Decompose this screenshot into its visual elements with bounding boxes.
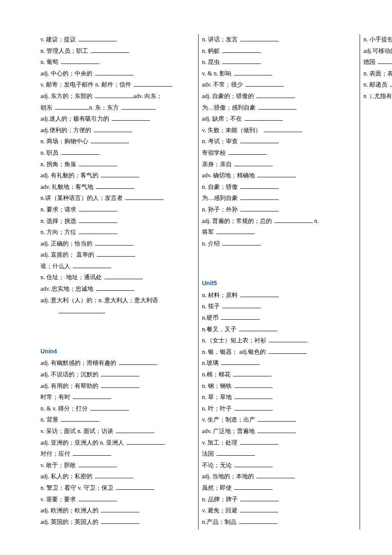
definition-text: adj. 英国的；英国人的: [40, 519, 98, 525]
answer-blank[interactable]: [257, 427, 296, 433]
answer-blank[interactable]: [222, 46, 261, 53]
answer-blank[interactable]: [78, 461, 117, 467]
answer-blank[interactable]: [96, 284, 134, 291]
answer-blank[interactable]: [101, 382, 139, 388]
answer-blank[interactable]: [268, 347, 307, 354]
answer-blank[interactable]: [79, 205, 117, 211]
answer-blank[interactable]: [119, 358, 157, 365]
answer-blank[interactable]: [221, 313, 259, 320]
answer-blank[interactable]: [378, 58, 392, 64]
answer-blank[interactable]: [104, 273, 143, 279]
answer-blank[interactable]: [73, 393, 111, 399]
answer-blank[interactable]: [101, 370, 139, 376]
answer-blank[interactable]: [90, 404, 129, 410]
answer-blank[interactable]: [245, 114, 283, 121]
answer-blank[interactable]: [73, 449, 111, 456]
vocab-line: 谁；什么人: [40, 261, 194, 272]
answer-blank[interactable]: [239, 325, 277, 331]
answer-blank[interactable]: [240, 291, 279, 297]
answer-blank[interactable]: [234, 69, 272, 75]
answer-blank[interactable]: [61, 148, 99, 155]
definition-text: n. 材料；原料: [202, 292, 238, 298]
answer-blank[interactable]: [240, 137, 279, 143]
answer-blank[interactable]: [61, 415, 99, 422]
definition-text: n. & v. 得分；打分: [40, 405, 88, 412]
answer-blank[interactable]: [222, 239, 261, 246]
answer-blank[interactable]: [234, 160, 273, 166]
answer-blank[interactable]: [94, 126, 132, 132]
answer-blank[interactable]: [240, 35, 279, 41]
answer-blank[interactable]: [134, 80, 172, 87]
answer-blank[interactable]: [240, 182, 279, 189]
answer-blank[interactable]: [221, 358, 259, 365]
vocab-line: n. 品牌；牌子: [202, 494, 356, 506]
answer-blank[interactable]: [257, 171, 296, 177]
answer-blank[interactable]: [95, 69, 133, 75]
answer-blank[interactable]: [91, 137, 129, 143]
answer-blank[interactable]: [269, 336, 307, 342]
answer-blank[interactable]: [258, 415, 296, 422]
answer-blank[interactable]: [390, 80, 392, 87]
answer-blank[interactable]: [240, 194, 279, 200]
answer-blank[interactable]: [222, 302, 261, 308]
vocab-line: n. 警卫；看守 v. 守卫；保卫: [40, 483, 194, 494]
answer-blank[interactable]: [73, 262, 111, 268]
answer-blank[interactable]: [101, 506, 139, 512]
answer-blank[interactable]: [95, 92, 133, 98]
definition-text: adv. 礼貌地；客气地: [40, 184, 93, 190]
answer-blank[interactable]: [61, 58, 99, 64]
vocab-line: adj. 有礼貌的；客气的: [40, 170, 194, 182]
answer-blank[interactable]: [97, 250, 135, 257]
answer-blank[interactable]: [79, 217, 117, 223]
answer-blank[interactable]: [234, 461, 273, 467]
definition-text: adj.便利的；方便的: [40, 127, 91, 133]
answer-blank[interactable]: [222, 58, 261, 64]
answer-blank[interactable]: [234, 483, 273, 490]
answer-blank[interactable]: [121, 103, 156, 110]
definition-text: adv. 向东；: [133, 93, 162, 99]
answer-blank[interactable]: [216, 228, 255, 234]
answer-blank[interactable]: [240, 205, 279, 211]
answer-blank[interactable]: [78, 495, 117, 501]
vocab-line: n. 拐角；角落: [40, 159, 194, 171]
answer-blank[interactable]: [234, 404, 273, 410]
vocab-line: n.硬币: [202, 312, 356, 324]
answer-blank[interactable]: [234, 382, 273, 388]
answer-blank[interactable]: [274, 217, 313, 223]
answer-blank[interactable]: [228, 148, 267, 155]
answer-blank[interactable]: [125, 194, 164, 200]
vocab-line: n. 考试；审查: [202, 136, 356, 147]
answer-blank[interactable]: [264, 126, 302, 132]
answer-blank[interactable]: [233, 370, 271, 376]
answer-blank[interactable]: [78, 35, 117, 41]
definition-text: adv. 确切地；精确地: [202, 172, 255, 179]
answer-blank[interactable]: [240, 495, 279, 501]
answer-blank[interactable]: [257, 92, 295, 98]
answer-blank[interactable]: [101, 517, 139, 524]
definition-text: n. 管理人员；职工: [40, 48, 88, 54]
definition-text: n.产品；制品: [202, 519, 236, 525]
answer-blank[interactable]: [101, 171, 139, 177]
definition-text: n. 自豪；骄傲: [202, 184, 238, 190]
answer-blank[interactable]: [258, 103, 297, 110]
answer-blank[interactable]: [239, 517, 277, 524]
answer-blank[interactable]: [257, 472, 295, 478]
answer-blank[interactable]: [95, 472, 133, 478]
answer-blank[interactable]: [127, 438, 165, 445]
vocab-line: n. 孙子；外孙: [202, 204, 356, 216]
answer-blank[interactable]: [55, 103, 89, 110]
answer-blank[interactable]: [79, 160, 117, 166]
answer-blank[interactable]: [95, 239, 133, 246]
answer-blank[interactable]: [240, 506, 278, 512]
answer-blank[interactable]: [240, 438, 278, 445]
answer-blank[interactable]: [116, 483, 154, 490]
answer-blank[interactable]: [216, 449, 255, 456]
answer-blank[interactable]: [79, 228, 117, 234]
answer-blank[interactable]: [116, 427, 154, 433]
answer-blank[interactable]: [96, 182, 134, 189]
answer-blank[interactable]: [112, 114, 150, 121]
answer-blank[interactable]: [245, 80, 284, 87]
answer-blank[interactable]: [91, 46, 129, 53]
answer-blank[interactable]: [58, 307, 105, 313]
answer-blank[interactable]: [234, 393, 273, 399]
